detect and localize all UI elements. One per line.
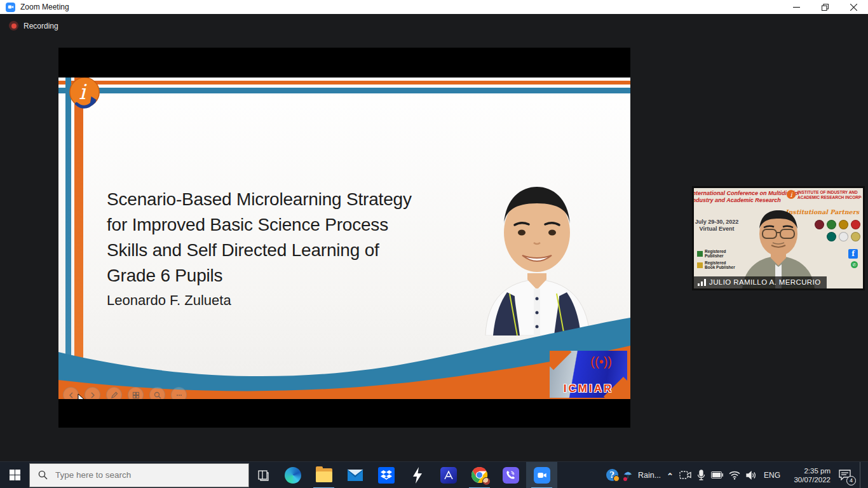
participant-name: JULIO RAMILLO A. MERCURIO [709, 278, 821, 286]
recording-label: Recording [24, 22, 58, 30]
action-center-button[interactable]: 4 [836, 467, 853, 484]
task-view-icon [257, 469, 269, 482]
help-tray-icon[interactable]: ? [606, 469, 618, 481]
slide-author: Leonardo F. Zulueta [107, 292, 231, 309]
participant-video[interactable]: International Conference on Multidiscipl… [692, 186, 865, 290]
start-button[interactable] [0, 462, 29, 488]
participant-name-tag: JULIO RAMILLO A. MERCURIO [694, 276, 827, 288]
clock-date: 30/07/2022 [787, 475, 831, 484]
signal-bars-icon [698, 279, 706, 286]
search-icon [38, 470, 48, 480]
book-publisher-logo-icon [697, 262, 703, 268]
restore-button[interactable] [811, 0, 839, 14]
viber-icon [503, 467, 519, 484]
slide-top-teal-stripe [58, 88, 630, 93]
mail-icon [347, 467, 363, 484]
conference-title-text: International Conference on Multidiscipl… [694, 190, 799, 203]
microphone-icon[interactable] [697, 470, 705, 480]
taskbar-app-scan[interactable] [433, 462, 464, 488]
recording-dot-icon [9, 21, 18, 30]
iiari-small-logo-icon: i [787, 190, 796, 199]
taskbar-app-edge[interactable] [277, 462, 308, 488]
language-indicator[interactable]: ENG [763, 471, 782, 480]
window-titlebar: Zoom Meeting [0, 0, 868, 14]
meet-now-icon[interactable] [679, 470, 691, 480]
partner-logo-icon [839, 232, 848, 241]
notification-badge: 4 [846, 476, 856, 485]
previous-slide-button[interactable] [63, 387, 79, 399]
partner-logo-icon [839, 220, 848, 229]
radio-tower-icon: ((•)) [590, 355, 612, 369]
battery-icon[interactable] [711, 471, 723, 478]
see-all-slides-button[interactable] [128, 387, 144, 399]
speaker-photo [473, 172, 601, 336]
meeting-content-area: Recording i Scenario-Based Microlearning… [0, 14, 868, 461]
slide-title: Scenario-Based Microlearning Strategy fo… [107, 187, 501, 288]
lightning-icon [412, 467, 423, 484]
edge-icon [285, 467, 301, 484]
weather-text[interactable]: Rain... [638, 471, 661, 480]
window-title: Zoom Meeting [20, 3, 69, 11]
partner-logo-icon [827, 232, 836, 241]
weather-umbrella-icon[interactable]: ☂ [624, 470, 632, 481]
search-input[interactable] [55, 470, 227, 480]
chrome-profile-avatar [482, 477, 491, 485]
show-desktop-button[interactable] [860, 462, 863, 488]
zoom-slide-button[interactable] [149, 387, 165, 399]
iiari-logo-icon: i [68, 78, 102, 112]
icmiar-logo: ((•)) ICMIAR [550, 351, 627, 398]
close-button[interactable] [839, 0, 868, 14]
zoom-icon [534, 467, 550, 484]
minimize-button[interactable] [782, 0, 811, 14]
mouse-cursor [78, 393, 86, 399]
scan-app-icon [440, 467, 457, 484]
clock-time: 2:35 pm [787, 466, 831, 475]
recording-indicator[interactable]: Recording [9, 21, 58, 30]
pen-tool-button[interactable] [106, 387, 122, 399]
speaker-icon[interactable] [746, 471, 757, 480]
file-explorer-icon [316, 468, 332, 482]
slide-top-orange-stripe [58, 81, 630, 85]
institute-block: i INSTITUTE OF INDUSTRY AND ACADEMIC RES… [787, 190, 862, 200]
publisher-logo-icon [697, 251, 703, 257]
taskbar-app-lightning[interactable] [402, 462, 433, 488]
zoom-window-icon [6, 3, 15, 12]
taskbar-app-zoom[interactable] [526, 462, 557, 488]
windows-logo-icon [10, 470, 20, 480]
taskbar-clock[interactable]: 2:35 pm 30/07/2022 [787, 466, 831, 484]
taskbar-app-mail[interactable] [339, 462, 370, 488]
tray-expand-chevron[interactable]: ⌃ [667, 471, 674, 481]
shared-screen: i Scenario-Based Microlearning Strategy … [58, 48, 630, 428]
icmiar-text: ICMIAR [550, 383, 627, 395]
task-view-button[interactable] [249, 462, 277, 488]
social-icons: f ✆ [848, 249, 858, 268]
presentation-slide: i Scenario-Based Microlearning Strategy … [58, 78, 630, 399]
registered-publisher-block: RegisteredPublisher RegisteredBook Publi… [697, 249, 735, 269]
taskbar-app-file-explorer[interactable] [308, 462, 339, 488]
taskbar-search[interactable] [29, 463, 249, 487]
taskbar-app-chrome[interactable] [464, 462, 495, 488]
partner-logo-icon [851, 220, 860, 229]
phone-icon: ✆ [851, 261, 858, 268]
system-tray: ? ☂ Rain... ⌃ ENG 2:35 p [606, 462, 868, 488]
wifi-icon[interactable] [729, 471, 740, 480]
partner-logo-icon [827, 220, 836, 229]
taskbar-app-viber[interactable] [495, 462, 526, 488]
dropbox-icon [378, 467, 395, 484]
next-slide-button[interactable] [85, 387, 100, 399]
partner-logo-icon [851, 232, 860, 241]
facebook-icon: f [848, 249, 858, 259]
more-options-button[interactable] [171, 387, 187, 399]
windows-taskbar: ? ☂ Rain... ⌃ ENG 2:35 p [0, 461, 868, 488]
taskbar-app-dropbox[interactable] [370, 462, 402, 488]
